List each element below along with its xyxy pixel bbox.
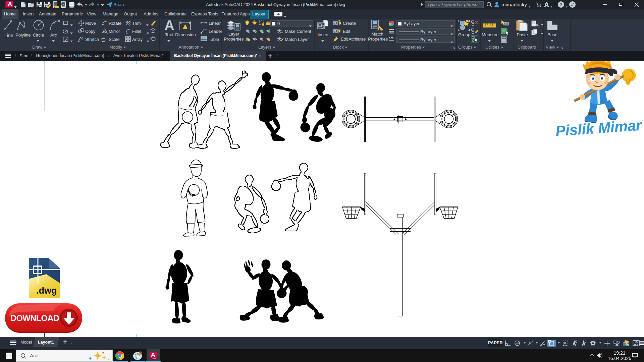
svg-text:.dwg: .dwg [36, 286, 57, 296]
svg-text:Pislik Mimar: Pislik Mimar [555, 117, 643, 139]
svg-text:DOWNLOAD: DOWNLOAD [10, 313, 59, 323]
svg-text:CAD: CAD [152, 358, 156, 360]
